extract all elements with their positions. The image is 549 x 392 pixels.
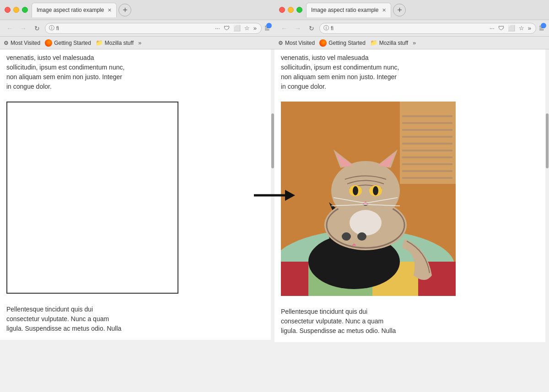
- scrollbar-right[interactable]: [545, 49, 549, 342]
- nav-bar-right: ← → ↻ ⓘ fi ··· 🛡 ⬜ ☆ » ☰: [274, 20, 549, 37]
- reload-button-left[interactable]: ↻: [31, 22, 43, 34]
- folder-icon-left: 📁: [96, 39, 103, 46]
- tab-close-right[interactable]: ✕: [382, 7, 386, 13]
- mozilla-stuff-label-right: Mozilla stuff: [379, 40, 408, 46]
- new-tab-button-left[interactable]: +: [118, 4, 131, 16]
- most-visited-bookmark-right[interactable]: ⚙ Most Visited: [278, 40, 315, 46]
- more-icon-right[interactable]: »: [527, 24, 532, 32]
- most-visited-bookmark-left[interactable]: ⚙ Most Visited: [4, 40, 40, 46]
- mozilla-stuff-bookmark-right[interactable]: 📁 Mozilla stuff: [370, 39, 408, 46]
- tab-close-left[interactable]: ✕: [108, 7, 112, 13]
- page-scroll-left: venenatis, iusto vel malesuada sollicitu…: [0, 49, 271, 340]
- svg-rect-5: [402, 122, 452, 124]
- notification-dot-left: [266, 23, 272, 28]
- svg-rect-4: [402, 115, 452, 117]
- svg-rect-9: [402, 150, 452, 151]
- svg-rect-11: [402, 163, 452, 165]
- svg-point-32: [373, 186, 378, 195]
- getting-started-bookmark-right[interactable]: Getting Started: [319, 39, 366, 47]
- lock-icon-right: ⓘ: [323, 24, 329, 32]
- right-browser-window: Image aspect ratio example ✕ + ← → ↻ ⓘ f…: [274, 0, 549, 392]
- tab-title-left: Image aspect ratio example: [37, 7, 104, 13]
- getting-started-label-left: Getting Started: [54, 40, 91, 46]
- text-bottom-right: Pellentesque tincidunt quis dui consecte…: [281, 301, 539, 336]
- text-bottom-left: Pellentesque tincidunt quis dui consecte…: [6, 298, 264, 333]
- star-icon-right[interactable]: ☆: [518, 24, 525, 32]
- address-text-left: fi: [56, 25, 212, 32]
- new-tab-button-right[interactable]: +: [393, 4, 406, 16]
- screenshot-icon-left[interactable]: ⬜: [232, 24, 242, 32]
- reload-button-right[interactable]: ↻: [306, 22, 318, 34]
- close-button-right[interactable]: [279, 7, 285, 13]
- close-button-left[interactable]: [5, 7, 11, 13]
- gear-icon-right: ⚙: [278, 40, 283, 46]
- title-bar-left: Image aspect ratio example ✕ +: [0, 0, 274, 20]
- text-bottom-content-left: Pellentesque tincidunt quis dui consecte…: [6, 306, 121, 332]
- mozilla-stuff-bookmark-left[interactable]: 📁 Mozilla stuff: [96, 39, 134, 46]
- firefox-icon-left: [45, 39, 52, 47]
- text-top-right: venenatis, iusto vel malesuada sollicitu…: [281, 49, 539, 97]
- back-button-left[interactable]: ←: [4, 22, 16, 34]
- back-button-right[interactable]: ←: [278, 22, 290, 34]
- forward-button-left[interactable]: →: [17, 22, 29, 34]
- bookmarks-more-left[interactable]: »: [138, 39, 141, 46]
- cat-image-container: [281, 102, 456, 296]
- maximize-button-left[interactable]: [22, 7, 28, 13]
- notification-dot-right: [541, 23, 546, 28]
- gear-icon-left: ⚙: [4, 40, 9, 46]
- most-visited-label-right: Most Visited: [285, 40, 315, 46]
- bookmarks-bar-left: ⚙ Most Visited Getting Started 📁 Mozilla…: [0, 37, 274, 49]
- svg-point-40: [357, 232, 366, 241]
- page-content-left: venenatis, iusto vel malesuada sollicitu…: [0, 49, 274, 340]
- text-top-content-left: venenatis, iusto vel malesuada sollicitu…: [6, 54, 124, 90]
- active-tab-right[interactable]: Image aspect ratio example ✕: [306, 3, 391, 17]
- text-top-left: venenatis, iusto vel malesuada sollicitu…: [6, 49, 264, 97]
- cat-image-svg: [281, 102, 456, 296]
- tab-title-right: Image aspect ratio example: [311, 7, 378, 13]
- scrollbar-thumb-left[interactable]: [271, 113, 274, 168]
- more-icon-left[interactable]: »: [253, 24, 258, 32]
- star-icon-left[interactable]: ☆: [243, 24, 251, 32]
- firefox-icon-right: [319, 39, 327, 47]
- shield-icon-right[interactable]: 🛡: [497, 24, 505, 32]
- nav-icons-left: ··· 🛡 ⬜ ☆ »: [214, 24, 258, 32]
- maximize-button-right[interactable]: [296, 7, 302, 13]
- active-tab-left[interactable]: Image aspect ratio example ✕: [32, 3, 117, 17]
- svg-point-39: [342, 232, 351, 241]
- minimize-button-right[interactable]: [288, 7, 294, 13]
- forward-button-right[interactable]: →: [292, 22, 304, 34]
- left-browser-window: Image aspect ratio example ✕ + ← → ↻ ⓘ f…: [0, 0, 274, 392]
- mozilla-stuff-label-left: Mozilla stuff: [105, 40, 134, 46]
- traffic-lights-left: [5, 7, 28, 13]
- traffic-lights-right: [279, 7, 302, 13]
- bookmarks-bar-right: ⚙ Most Visited Getting Started 📁 Mozilla…: [274, 37, 549, 49]
- address-bar-left[interactable]: ⓘ fi ··· 🛡 ⬜ ☆ »: [45, 23, 262, 34]
- extensions-wrapper-right: ☰: [538, 24, 545, 32]
- bookmarks-more-right[interactable]: »: [413, 39, 416, 46]
- folder-icon-right: 📁: [370, 39, 377, 46]
- svg-rect-10: [402, 156, 452, 158]
- minimize-button-left[interactable]: [13, 7, 19, 13]
- address-text-right: fi: [331, 25, 487, 32]
- nav-icons-right: ··· 🛡 ⬜ ☆ »: [489, 24, 532, 32]
- svg-point-38: [350, 210, 382, 236]
- dots-icon-left[interactable]: ···: [214, 24, 221, 32]
- screenshot-icon-right[interactable]: ⬜: [507, 24, 516, 32]
- tab-area-left: Image aspect ratio example ✕ +: [32, 3, 270, 17]
- lock-icon-left: ⓘ: [49, 24, 54, 32]
- svg-rect-12: [402, 170, 452, 172]
- title-bar-right: Image aspect ratio example ✕ +: [274, 0, 549, 20]
- shield-icon-left[interactable]: 🛡: [223, 24, 231, 32]
- scrollbar-left[interactable]: [271, 49, 274, 340]
- text-bottom-content-right: Pellentesque tincidunt quis dui consecte…: [281, 308, 396, 334]
- dots-icon-right[interactable]: ···: [489, 24, 495, 32]
- nav-bar-left: ← → ↻ ⓘ fi ··· 🛡 ⬜ ☆ » ☰: [0, 20, 274, 37]
- most-visited-label-left: Most Visited: [11, 40, 40, 46]
- svg-rect-13: [402, 177, 452, 179]
- svg-rect-8: [402, 143, 452, 145]
- page-scroll-right: venenatis, iusto vel malesuada sollicitu…: [274, 49, 545, 342]
- getting-started-bookmark-left[interactable]: Getting Started: [45, 39, 91, 47]
- address-bar-right[interactable]: ⓘ fi ··· 🛡 ⬜ ☆ »: [319, 23, 536, 34]
- svg-rect-6: [402, 129, 452, 131]
- scrollbar-thumb-right[interactable]: [546, 113, 549, 168]
